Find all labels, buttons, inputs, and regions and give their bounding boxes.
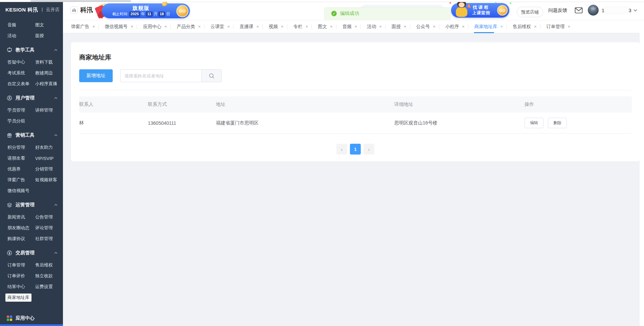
sidebar-item[interactable]: 教辅周边 xyxy=(35,70,63,76)
edit-button[interactable]: 编辑 xyxy=(525,118,543,128)
sidebar-item[interactable]: 图文 xyxy=(35,22,63,28)
sidebar-item[interactable]: 微信视频号 xyxy=(7,188,35,194)
close-icon[interactable]: × xyxy=(433,24,436,29)
sidebar-item[interactable]: 学员管理 xyxy=(7,107,35,113)
sidebar-item[interactable]: 独立收款 xyxy=(35,273,63,279)
tab-item[interactable]: 售后维权× xyxy=(508,20,539,33)
sidebar-item[interactable]: 订单评价 xyxy=(7,273,35,279)
tab-item[interactable]: 云课堂× xyxy=(206,20,232,33)
tab-item[interactable]: 产品分类× xyxy=(172,20,203,33)
sidebar-item[interactable]: 短视频获客 xyxy=(35,177,63,183)
chevron-up-icon[interactable] xyxy=(54,252,58,254)
close-icon[interactable]: × xyxy=(404,24,406,29)
go-button[interactable]: GO xyxy=(497,5,508,16)
version-title: 旗舰版 xyxy=(133,5,150,11)
close-icon[interactable]: × xyxy=(227,24,230,29)
tab-item[interactable]: 订单管理× xyxy=(542,20,573,33)
sidebar-section-operations[interactable]: 运营管理 xyxy=(0,198,63,212)
sidebar-item[interactable]: 社群管理 xyxy=(35,236,63,242)
tab-item[interactable]: 图文× xyxy=(313,20,335,33)
add-address-button[interactable]: 新增地址 xyxy=(79,69,113,82)
page-number-current[interactable]: 1 xyxy=(350,144,361,155)
sidebar-section-user-management[interactable]: 用户管理 xyxy=(0,91,63,105)
sidebar-item[interactable]: 学员分组 xyxy=(7,118,35,124)
course-street-banner[interactable]: 找课程 上课堂街 GO xyxy=(451,3,509,18)
sidebar-item[interactable]: 请朋友看 xyxy=(7,155,35,161)
sidebar-section-marketing-tools[interactable]: 营销工具 xyxy=(0,129,63,142)
close-icon[interactable]: × xyxy=(92,24,95,29)
sidebar-item[interactable]: 音频 xyxy=(7,22,35,28)
sidebar-item[interactable]: 小程序直播 xyxy=(35,81,63,87)
sidebar-item[interactable]: 购课协议 xyxy=(7,236,35,242)
tab-item[interactable]: 应用中心× xyxy=(138,20,169,33)
sidebar-section-teaching-tools[interactable]: 教学工具 xyxy=(0,43,63,57)
sidebar-item-app-center[interactable]: 应用中心 xyxy=(0,315,63,321)
search-button[interactable] xyxy=(201,69,222,82)
preview-store-button[interactable]: 预览店铺 xyxy=(517,7,543,17)
sidebar-item[interactable]: VIP/SVIP xyxy=(35,156,63,161)
close-icon[interactable]: × xyxy=(534,24,537,29)
sidebar-item[interactable]: 新闻资讯 xyxy=(7,214,35,220)
sidebar-section-trade[interactable]: 交易管理 xyxy=(0,246,63,260)
sidebar-item[interactable]: 运费设置 xyxy=(35,284,63,290)
sidebar-item[interactable]: 考试系统 xyxy=(7,70,35,76)
chevron-up-icon[interactable] xyxy=(54,97,58,99)
sidebar-item[interactable]: 答疑中心 xyxy=(7,59,35,65)
sidebar-item[interactable]: 资料下载 xyxy=(35,59,63,65)
close-icon[interactable]: × xyxy=(355,24,357,29)
tab-item[interactable]: 专栏× xyxy=(289,20,310,33)
tab-item[interactable]: 公众号× xyxy=(412,20,438,33)
chevron-up-icon[interactable] xyxy=(54,204,58,206)
tab-item[interactable]: 视频× xyxy=(264,20,286,33)
tab-item[interactable]: 直播课× xyxy=(235,20,261,33)
sidebar-item[interactable]: 积分管理 xyxy=(7,144,35,150)
avatar[interactable] xyxy=(588,5,599,16)
sidebar-item[interactable]: 活动 xyxy=(7,33,35,39)
close-icon[interactable]: × xyxy=(306,24,308,29)
sidebar-item[interactable]: 售后维权 xyxy=(35,262,63,268)
chevron-up-icon[interactable] xyxy=(54,49,58,51)
close-icon[interactable]: × xyxy=(198,24,201,29)
sidebar-item[interactable]: 弹窗广告 xyxy=(7,177,35,183)
tab-item-active[interactable]: 商家地址库× xyxy=(470,20,505,33)
sidebar-item[interactable]: 好友助力 xyxy=(35,144,63,150)
sidebar-item[interactable]: 评论管理 xyxy=(35,225,63,231)
delete-button[interactable]: 删除 xyxy=(548,118,567,128)
close-icon[interactable]: × xyxy=(500,24,503,29)
sidebar-item[interactable]: 结算中心 xyxy=(7,284,35,290)
chevron-up-icon[interactable] xyxy=(54,134,58,136)
sidebar-item[interactable]: 分销管理 xyxy=(35,166,63,172)
close-icon[interactable]: × xyxy=(568,24,571,29)
scrollbar-thumb[interactable] xyxy=(30,0,131,2)
tab-item[interactable]: 弹窗广告× xyxy=(66,20,97,33)
tab-item[interactable]: 活动× xyxy=(362,20,384,33)
address-search-input[interactable] xyxy=(120,69,201,82)
tab-item[interactable]: 微信视频号× xyxy=(100,20,135,33)
version-banner[interactable]: 旗舰版 截止时间: 2025 年 11 月 18 日 GO xyxy=(96,2,190,19)
go-button[interactable]: GO xyxy=(176,5,188,17)
sidebar-item[interactable]: 讲师管理 xyxy=(35,107,63,113)
close-icon[interactable]: × xyxy=(164,24,167,29)
feedback-link[interactable]: 问题反馈 xyxy=(548,7,567,14)
sidebar-item[interactable]: 自定义表单 xyxy=(7,81,35,87)
sidebar-item[interactable]: 公告管理 xyxy=(35,214,63,220)
vertical-scrollbar-track[interactable] xyxy=(640,20,644,326)
sidebar-item[interactable]: 订单管理 xyxy=(7,262,35,268)
close-icon[interactable]: × xyxy=(379,24,382,29)
sidebar-item[interactable]: 面授 xyxy=(35,33,63,39)
user-menu[interactable]: 1 3 xyxy=(602,7,637,14)
sidebar-item[interactable]: 朋友圈动态 xyxy=(7,225,35,231)
close-icon[interactable]: × xyxy=(131,24,133,29)
tab-item[interactable]: 小程序× xyxy=(441,20,467,33)
close-icon[interactable]: × xyxy=(256,24,259,29)
prev-page-button[interactable]: ‹ xyxy=(336,144,347,155)
sidebar-item[interactable]: 优惠券 xyxy=(7,166,35,172)
mail-icon[interactable] xyxy=(575,7,583,15)
close-icon[interactable]: × xyxy=(330,24,333,29)
tab-item[interactable]: 音频× xyxy=(338,20,359,33)
close-icon[interactable]: × xyxy=(462,24,465,29)
sidebar-item-merchant-address-active[interactable]: 商家地址库 xyxy=(5,294,31,302)
tab-item[interactable]: 面授× xyxy=(387,20,408,33)
next-page-button[interactable]: › xyxy=(363,144,374,155)
close-icon[interactable]: × xyxy=(281,24,284,29)
